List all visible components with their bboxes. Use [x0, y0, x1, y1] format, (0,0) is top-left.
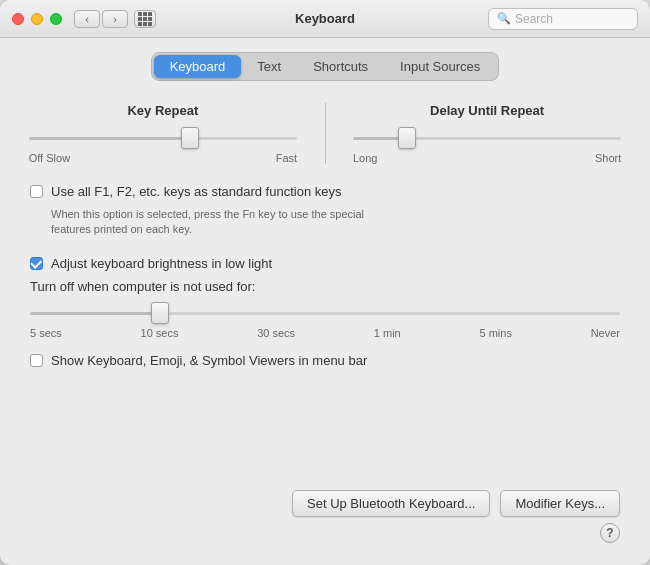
brightness-thumb[interactable] — [151, 302, 169, 324]
delay-repeat-track — [353, 137, 621, 140]
key-repeat-thumb[interactable] — [181, 127, 199, 149]
brightness-tick-labels: 5 secs 10 secs 30 secs 1 min 5 mins Neve… — [30, 327, 620, 339]
delay-repeat-label: Delay Until Repeat — [430, 103, 544, 118]
tick-10secs: 10 secs — [141, 327, 179, 339]
key-repeat-left-label: Off Slow — [29, 152, 70, 164]
key-repeat-labels: Off Slow Fast — [29, 152, 297, 164]
modifier-keys-button[interactable]: Modifier Keys... — [500, 490, 620, 517]
minimize-button[interactable] — [31, 13, 43, 25]
titlebar: ‹ › Keyboard 🔍 Search — [0, 0, 650, 38]
delay-repeat-labels: Long Short — [353, 152, 621, 164]
tick-never: Never — [591, 327, 620, 339]
window-title: Keyboard — [295, 11, 355, 26]
turn-off-label: Turn off when computer is not used for: — [30, 279, 620, 296]
key-repeat-right-label: Fast — [276, 152, 297, 164]
tab-bar: Keyboard Text Shortcuts Input Sources — [151, 52, 500, 81]
help-container: ? — [20, 523, 630, 549]
key-repeat-label: Key Repeat — [127, 103, 198, 118]
search-box[interactable]: 🔍 Search — [488, 8, 638, 30]
sliders-row: Key Repeat Off Slow Fast Delay Until Rep… — [20, 103, 630, 164]
search-placeholder: Search — [515, 12, 553, 26]
tab-input-sources[interactable]: Input Sources — [384, 55, 496, 78]
tick-5secs: 5 secs — [30, 327, 62, 339]
delay-repeat-right-label: Short — [595, 152, 621, 164]
delay-repeat-left-label: Long — [353, 152, 377, 164]
fn-keys-row: Use all F1, F2, etc. keys as standard fu… — [30, 184, 620, 201]
brightness-row: Adjust keyboard brightness in low light — [30, 256, 620, 273]
delay-repeat-group: Delay Until Repeat Long Short — [353, 103, 621, 164]
key-repeat-group: Key Repeat Off Slow Fast — [29, 103, 297, 164]
brightness-slider[interactable] — [30, 303, 620, 323]
fn-keys-subtext: When this option is selected, press the … — [51, 207, 620, 238]
tick-5mins: 5 mins — [479, 327, 511, 339]
content: Keyboard Text Shortcuts Input Sources Ke… — [0, 38, 650, 565]
grid-button[interactable] — [134, 10, 156, 28]
search-icon: 🔍 — [497, 12, 511, 25]
back-button[interactable]: ‹ — [74, 10, 100, 28]
tick-1min: 1 min — [374, 327, 401, 339]
bottom-buttons: Set Up Bluetooth Keyboard... Modifier Ke… — [20, 470, 630, 517]
close-button[interactable] — [12, 13, 24, 25]
forward-button[interactable]: › — [102, 10, 128, 28]
main-area: Key Repeat Off Slow Fast Delay Until Rep… — [20, 103, 630, 517]
brightness-track — [30, 312, 620, 315]
tick-30secs: 30 secs — [257, 327, 295, 339]
nav-buttons: ‹ › — [74, 10, 128, 28]
delay-repeat-slider[interactable] — [353, 128, 621, 148]
bluetooth-keyboard-button[interactable]: Set Up Bluetooth Keyboard... — [292, 490, 490, 517]
help-button[interactable]: ? — [600, 523, 620, 543]
brightness-checkbox[interactable] — [30, 257, 43, 270]
fn-keys-section: Use all F1, F2, etc. keys as standard fu… — [20, 184, 630, 250]
fn-keys-label: Use all F1, F2, etc. keys as standard fu… — [51, 184, 341, 201]
show-keyboard-row: Show Keyboard, Emoji, & Symbol Viewers i… — [30, 353, 620, 370]
brightness-label: Adjust keyboard brightness in low light — [51, 256, 272, 273]
tab-shortcuts[interactable]: Shortcuts — [297, 55, 384, 78]
tab-text[interactable]: Text — [241, 55, 297, 78]
show-keyboard-label: Show Keyboard, Emoji, & Symbol Viewers i… — [51, 353, 367, 370]
show-keyboard-section: Show Keyboard, Emoji, & Symbol Viewers i… — [20, 353, 630, 376]
traffic-lights — [12, 13, 62, 25]
fn-keys-checkbox[interactable] — [30, 185, 43, 198]
key-repeat-track — [29, 137, 297, 140]
delay-repeat-thumb[interactable] — [398, 127, 416, 149]
tab-keyboard[interactable]: Keyboard — [154, 55, 242, 78]
window: ‹ › Keyboard 🔍 Search Keyboard Text Shor… — [0, 0, 650, 565]
key-repeat-slider[interactable] — [29, 128, 297, 148]
brightness-section: Adjust keyboard brightness in low light … — [20, 256, 630, 340]
show-keyboard-checkbox[interactable] — [30, 354, 43, 367]
slider-divider — [325, 103, 326, 164]
grid-icon — [138, 12, 152, 26]
maximize-button[interactable] — [50, 13, 62, 25]
